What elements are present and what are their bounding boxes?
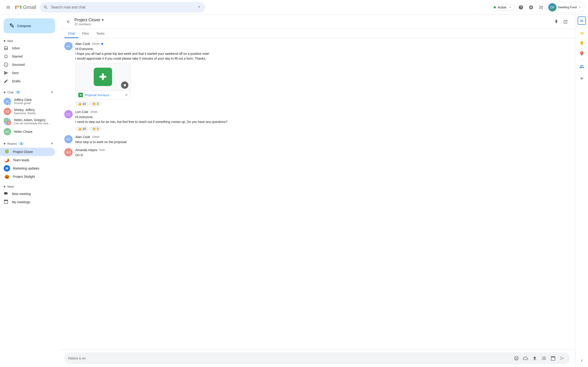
compose-plus-icon: ✎ [9, 22, 15, 30]
my-meetings-icon [4, 199, 8, 205]
main-layout: ✎ Compose ▾ Mail Inbox Starred Snoozed [0, 15, 588, 367]
search-expand-icon[interactable] [197, 5, 201, 10]
meet-chevron: ▾ [4, 184, 6, 189]
amanda-message-body: Amanda Hayes 5min On it! [75, 148, 570, 158]
jeffery-preview: Sounds great! [14, 102, 52, 105]
amanda-time: 5min [99, 148, 105, 152]
clap-count-2: 3 [97, 127, 98, 131]
format-button[interactable] [540, 355, 548, 362]
user-avatar: DF [548, 3, 556, 11]
search-bar[interactable] [40, 2, 205, 13]
team-leads-icon: 🌶️ [4, 157, 10, 163]
active-label: Active [498, 6, 506, 9]
chat-contact-helen-adam[interactable]: H A Helen, Adam, Gregory Can we reschedu… [0, 117, 55, 127]
room-team-leads[interactable]: 🌶️ Team leads [0, 156, 55, 164]
active-status-button[interactable]: Active [490, 4, 515, 11]
shirley-avatar: SJ [4, 108, 11, 115]
shirley-name: Shirley, Jeffery [14, 108, 52, 112]
helen-adam-avatar: H A [4, 118, 11, 125]
svg-rect-6 [15, 6, 16, 9]
maps-sidebar-button[interactable] [577, 49, 586, 58]
amanda-name: Amanda Hayes [75, 148, 97, 152]
reaction-clap-2[interactable]: 👏 3 [90, 126, 101, 131]
expand-sidebar-btn[interactable] [577, 356, 586, 365]
sidebar-item-snoozed[interactable]: Snoozed [0, 60, 55, 69]
back-button[interactable] [64, 18, 73, 26]
room-marketing-updates[interactable]: M Marketing updates [0, 164, 55, 173]
reaction-thumbs-up-2[interactable]: 👍 10 [75, 126, 88, 131]
alan-name-1: Alan Cook [75, 42, 90, 46]
meet-my-meetings[interactable]: My meetings [0, 198, 55, 206]
sidebar-item-sent[interactable]: Sent [0, 69, 55, 77]
chat-section-text: Chat [7, 91, 14, 94]
my-meetings-label: My meetings [12, 200, 30, 204]
schedule-button[interactable] [549, 355, 557, 362]
rooms-chevron: ▾ [4, 142, 6, 146]
settings-button[interactable] [527, 3, 536, 12]
help-button[interactable] [516, 3, 526, 12]
keep-sidebar-button[interactable] [577, 39, 586, 48]
pin-button[interactable] [552, 18, 561, 26]
new-meeting-icon [4, 191, 8, 197]
emoji-button[interactable] [513, 355, 520, 362]
chat-header-info: Project Clover ▾ 22 members [74, 17, 552, 26]
tab-files[interactable]: Files [78, 29, 93, 38]
right-sidebar-divider-2 [579, 60, 585, 60]
apps-button[interactable] [536, 3, 546, 12]
file-icon-plus: ✚ [99, 72, 107, 82]
menu-button[interactable] [4, 3, 13, 12]
rooms-add-button[interactable]: + [49, 140, 55, 147]
drive-button[interactable] [522, 355, 529, 362]
meet-new-meeting[interactable]: New meeting [0, 190, 55, 198]
dwelling-fund-label: Dwelling Fund [558, 6, 577, 9]
sidebar-item-inbox[interactable]: Inbox [0, 44, 55, 52]
reaction-clap-1[interactable]: 👏 3 [90, 101, 101, 106]
project-clover-icon: 🍀 [4, 149, 10, 155]
helen-adam-preview: Can we reschedule the meeti... [14, 122, 52, 125]
alan-reactions-1: 👍 10 👏 3 [75, 101, 570, 106]
room-project-clover[interactable]: 🍀 Project Clover [0, 148, 55, 156]
room-project-skylight[interactable]: 🎃 Project Skylight [0, 173, 55, 181]
reaction-thumbs-up-1[interactable]: 👍 10 [75, 101, 88, 106]
upload-button[interactable] [531, 355, 538, 362]
tab-tasks[interactable]: Tasks [93, 29, 108, 38]
file-attachment: ✚ ⏹ ✚ Proposal Survey.d... ↗ [75, 63, 130, 99]
thumbs-up-emoji: 👍 [78, 102, 82, 106]
compose-button[interactable]: ✎ Compose [4, 18, 55, 33]
search-input[interactable] [51, 5, 194, 9]
sidebar-item-drafts[interactable]: Drafts [0, 77, 55, 85]
contacts-sidebar-button[interactable] [577, 62, 586, 71]
file-open-button[interactable]: ↗ [124, 93, 128, 97]
chat-tabs: Chat Files Tasks [59, 29, 575, 38]
mail-chevron: ▾ [4, 39, 6, 43]
chat-add-button[interactable]: + [49, 89, 55, 95]
mail-section-label[interactable]: ▾ Mail [0, 37, 59, 44]
meet-section-label[interactable]: ▾ Meet [0, 183, 59, 190]
chat-contact-shirley[interactable]: SJ Shirley, Jeffery Awesome, thanks. [0, 106, 55, 117]
chat-section-label[interactable]: ▾ Chat 1 + [0, 87, 59, 96]
tab-chat[interactable]: Chat [64, 29, 78, 38]
alan-message-2-body: Alan Cook 10min Next step is to work on … [75, 135, 570, 144]
thumbs-up-emoji-2: 👍 [78, 127, 82, 131]
chat-contact-jeffery[interactable]: JC Jeffery Clark Sounds great! [0, 96, 55, 106]
compose-input-row[interactable]: History is on [64, 352, 570, 364]
popout-button[interactable] [561, 18, 570, 26]
calendar-sidebar-button[interactable]: 31 [578, 17, 586, 25]
tasks-sidebar-button[interactable] [577, 29, 586, 38]
new-meeting-label: New meeting [12, 192, 31, 196]
chat-room-title[interactable]: Project Clover ▾ [74, 17, 552, 23]
clap-emoji: 👏 [92, 102, 96, 106]
lori-name: Lori Cole [75, 110, 88, 114]
add-apps-button[interactable] [577, 74, 586, 83]
rooms-section-label[interactable]: ▾ Rooms 1 + [0, 139, 59, 148]
send-button[interactable] [559, 355, 566, 362]
sidebar-item-starred[interactable]: Starred [0, 52, 55, 60]
expand-icon[interactable] [577, 356, 586, 365]
alan-text-1-line2: I hope you all had a great trip last wee… [75, 51, 570, 56]
file-overlay-stop[interactable]: ⏹ [121, 81, 128, 89]
chat-area: Project Clover ▾ 22 members Chat Files T… [59, 15, 575, 367]
lori-reactions: 👍 10 👏 3 [75, 126, 570, 131]
dwelling-fund-button[interactable]: DF Dwelling Fund [547, 2, 584, 13]
file-small-icon: ✚ [78, 93, 83, 97]
chat-contact-helen-chase[interactable]: HC Helen Chase [0, 127, 55, 137]
